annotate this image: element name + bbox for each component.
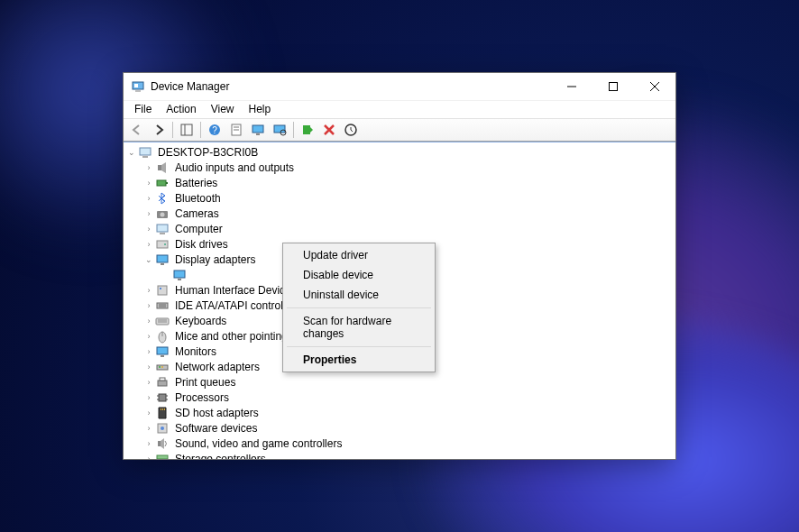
svg-point-30: [164, 243, 166, 245]
tree-node[interactable]: ›Storage controllers: [142, 451, 675, 459]
display-icon: [155, 252, 170, 267]
software-icon: [155, 421, 170, 436]
tree-node[interactable]: ›Cameras: [142, 206, 675, 221]
forward-arrow-icon[interactable]: [149, 120, 169, 140]
chevron-right-icon[interactable]: ›: [142, 223, 155, 235]
computer-icon: [155, 222, 170, 236]
svg-point-48: [159, 366, 161, 368]
chevron-right-icon[interactable]: ›: [142, 192, 155, 205]
tree-node[interactable]: ›Computer: [142, 221, 675, 236]
chevron-right-icon[interactable]: ›: [142, 238, 155, 251]
uninstall-icon[interactable]: [319, 120, 339, 140]
tree-node-label: Bluetooth: [173, 192, 223, 205]
chevron-right-icon[interactable]: ›: [142, 161, 155, 174]
tree-node-label: Batteries: [173, 177, 219, 189]
tree-node-label: Disk drives: [173, 238, 230, 251]
tree-node-label: Print queues: [173, 376, 237, 389]
storage-icon: [155, 452, 170, 460]
svg-rect-51: [160, 378, 165, 381]
svg-rect-32: [161, 263, 164, 265]
svg-rect-34: [178, 279, 181, 280]
svg-rect-23: [157, 180, 166, 186]
chevron-right-icon[interactable]: ›: [142, 330, 155, 343]
svg-rect-37: [157, 303, 168, 308]
tree-node[interactable]: ›Bluetooth: [142, 190, 675, 206]
svg-rect-28: [160, 233, 165, 234]
update-driver-icon[interactable]: [341, 120, 361, 140]
enable-device-icon[interactable]: [298, 120, 317, 140]
show-hide-tree-icon[interactable]: [177, 120, 197, 140]
chevron-right-icon[interactable]: ›: [142, 361, 155, 373]
chevron-right-icon[interactable]: ›: [142, 391, 155, 404]
menu-file[interactable]: File: [127, 101, 159, 118]
tree-node-label: Display adapters: [173, 253, 257, 266]
titlebar[interactable]: Device Manager: [124, 73, 675, 100]
tree-node[interactable]: ›Audio inputs and outputs: [142, 160, 675, 175]
svg-rect-20: [140, 148, 151, 155]
chevron-down-icon[interactable]: ⌄: [125, 146, 138, 159]
chevron-right-icon[interactable]: ›: [142, 284, 155, 297]
tree-node-label: Processors: [173, 391, 231, 404]
tree-node-label: Monitors: [173, 345, 218, 358]
close-button[interactable]: [634, 73, 675, 100]
menu-action[interactable]: Action: [159, 101, 203, 118]
chevron-right-icon[interactable]: ›: [142, 422, 155, 435]
svg-rect-52: [159, 394, 166, 401]
tree-node[interactable]: ›Batteries: [142, 175, 675, 190]
monitor-icon[interactable]: [248, 120, 268, 140]
computer-root-icon: [138, 145, 152, 160]
svg-rect-33: [174, 271, 185, 278]
tree-node-label: Sound, video and game controllers: [173, 437, 344, 450]
context-menu-item[interactable]: Disable device: [285, 265, 433, 285]
svg-rect-35: [158, 286, 167, 295]
svg-rect-45: [157, 347, 168, 354]
tree-node[interactable]: ›Print queues: [142, 374, 675, 390]
chevron-right-icon[interactable]: ›: [142, 437, 155, 450]
printer-icon: [155, 375, 170, 390]
svg-rect-16: [274, 125, 285, 133]
tree-node[interactable]: ›Software devices: [142, 420, 675, 436]
help-icon[interactable]: ?: [205, 120, 225, 140]
tree-root[interactable]: ⌄ DESKTOP-B3CRI0B: [125, 144, 675, 160]
camera-icon: [155, 206, 170, 221]
chevron-right-icon[interactable]: ›: [142, 177, 155, 189]
chevron-right-icon[interactable]: ›: [142, 453, 155, 460]
network-icon: [155, 360, 170, 374]
context-menu-item[interactable]: Scan for hardware changes: [285, 311, 433, 344]
context-menu-separator: [287, 307, 431, 308]
chevron-down-icon[interactable]: ⌄: [142, 253, 155, 266]
chevron-right-icon[interactable]: ›: [142, 207, 155, 220]
tree-node-label: Human Interface Devices: [173, 284, 298, 297]
sound-icon: [155, 436, 170, 451]
menu-view[interactable]: View: [204, 101, 242, 118]
bluetooth-icon: [155, 191, 170, 206]
menu-help[interactable]: Help: [242, 101, 279, 118]
context-menu-item[interactable]: Uninstall device: [285, 285, 433, 305]
maximize-button[interactable]: [592, 73, 634, 100]
context-menu-item[interactable]: Properties: [285, 350, 433, 370]
keyboard-icon: [155, 314, 170, 328]
svg-rect-62: [158, 441, 161, 446]
properties-icon[interactable]: [226, 120, 246, 140]
chevron-right-icon[interactable]: ›: [142, 376, 155, 389]
tree-node-label: Cameras: [173, 207, 221, 220]
chevron-right-icon[interactable]: ›: [142, 315, 155, 327]
back-arrow-icon[interactable]: [127, 120, 147, 140]
svg-rect-58: [162, 408, 163, 410]
context-menu-item[interactable]: Update driver: [285, 245, 433, 265]
svg-rect-24: [166, 182, 168, 184]
tree-node[interactable]: ›Processors: [142, 390, 675, 405]
mouse-icon: [155, 329, 170, 344]
window-controls: [551, 73, 675, 100]
svg-rect-63: [157, 455, 168, 459]
tree-node-label: Network adapters: [173, 361, 262, 373]
scan-hardware-icon[interactable]: [270, 120, 289, 140]
minimize-button[interactable]: [551, 73, 592, 100]
chevron-right-icon[interactable]: ›: [142, 299, 155, 312]
chevron-right-icon[interactable]: ›: [142, 407, 155, 419]
cpu-icon: [155, 390, 170, 405]
tree-node[interactable]: ›Sound, video and game controllers: [142, 436, 675, 451]
tree-root-label: DESKTOP-B3CRI0B: [156, 146, 260, 159]
chevron-right-icon[interactable]: ›: [142, 345, 155, 358]
tree-node[interactable]: ›SD host adapters: [142, 405, 675, 420]
